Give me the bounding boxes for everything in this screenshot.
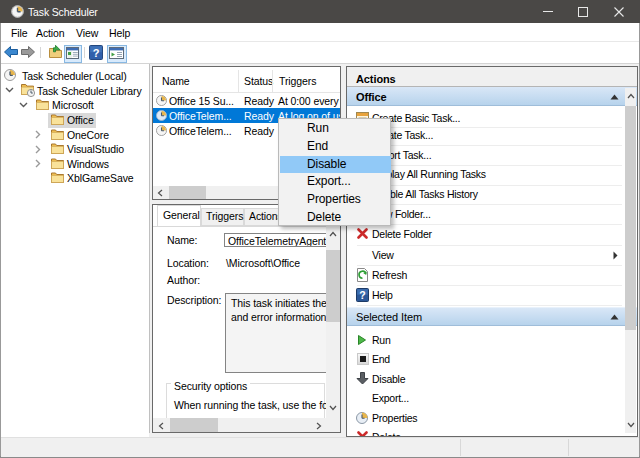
svg-text:?: ? xyxy=(93,47,100,59)
svg-text:?: ? xyxy=(359,289,365,301)
